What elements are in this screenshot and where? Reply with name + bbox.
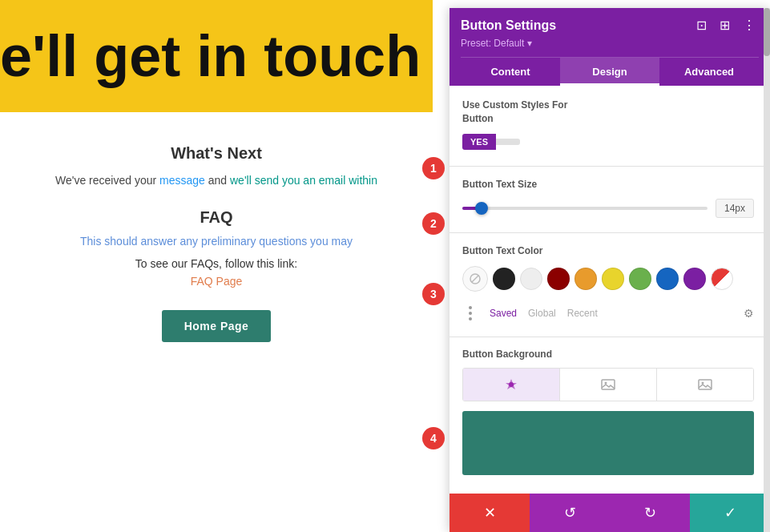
step-badge-1: 1: [422, 157, 445, 179]
toggle-yes-button[interactable]: YES: [462, 134, 496, 150]
subtitle-word1: message: [159, 174, 205, 187]
color-swatch-custom[interactable]: [711, 268, 733, 290]
divider-3: [450, 337, 767, 337]
panel-header: Button Settings ⊡ ⊞ ⋮ Preset: Default ▾ …: [450, 8, 770, 86]
svg-rect-3: [602, 380, 615, 389]
color-tab-global[interactable]: Global: [528, 308, 556, 319]
faq-description: This should answer any preliminary quest…: [32, 235, 401, 248]
color-swatch-purple[interactable]: [683, 268, 706, 290]
home-page-button[interactable]: Home Page: [162, 310, 272, 342]
settings-panel: Button Settings ⊡ ⊞ ⋮ Preset: Default ▾ …: [450, 8, 770, 532]
page-headline: e'll get in touch: [0, 27, 421, 85]
color-swatch-orange[interactable]: [574, 268, 597, 290]
color-swatch-blue[interactable]: [656, 268, 679, 290]
divider-1: [450, 166, 767, 167]
background-color-preview[interactable]: [462, 411, 754, 475]
text-size-section: Button Text Size 14px: [462, 178, 754, 219]
svg-line-1: [472, 276, 478, 282]
page-main-content: What's Next We've received your message …: [0, 128, 433, 358]
text-size-slider-track[interactable]: [462, 207, 708, 210]
color-tabs-row: Saved Global Recent ⚙: [462, 298, 754, 325]
divider-2: [450, 232, 767, 233]
color-settings-icon[interactable]: ⚙: [744, 307, 754, 320]
tab-advanced[interactable]: Advanced: [659, 58, 759, 86]
subtitle-word2: we'll send you an email within: [230, 174, 377, 187]
color-swatch-darkred[interactable]: [547, 268, 570, 290]
preset-chevron-icon: ▾: [527, 38, 532, 49]
background-label: Button Background: [462, 349, 754, 360]
bg-type-gradient-button[interactable]: [657, 369, 753, 401]
redo-button[interactable]: ↻: [610, 494, 690, 532]
faq-heading: FAQ: [32, 208, 401, 227]
preset-label: Preset: Default: [461, 38, 524, 49]
subtitle-part2: and: [205, 174, 230, 187]
text-size-value[interactable]: 14px: [716, 199, 754, 218]
color-tab-recent[interactable]: Recent: [567, 308, 598, 319]
text-size-label: Button Text Size: [462, 178, 754, 191]
preset-selector[interactable]: Preset: Default ▾: [461, 38, 759, 49]
step-badge-2: 2: [422, 212, 445, 235]
step-badge-4: 4: [422, 427, 445, 449]
slider-thumb[interactable]: [475, 202, 488, 215]
text-size-slider-row: 14px: [462, 199, 754, 218]
more-colors-button[interactable]: [462, 301, 478, 325]
text-color-section: Button Text Color: [462, 244, 754, 325]
color-swatch-white[interactable]: [520, 268, 542, 290]
panel-title-icons: ⊡ ⊞ ⋮: [693, 16, 759, 34]
color-swatch-green[interactable]: [629, 268, 651, 290]
subtitle-text: We've received your message and we'll se…: [32, 172, 401, 189]
text-color-label: Button Text Color: [462, 244, 754, 258]
color-picker-button[interactable]: [462, 266, 488, 292]
color-swatch-black[interactable]: [493, 268, 515, 290]
panel-title-row: Button Settings ⊡ ⊞ ⋮: [461, 16, 759, 34]
panel-bottom-bar: ✕ ↺ ↻ ✓: [450, 494, 770, 532]
background-section: Button Background: [462, 349, 754, 475]
confirm-button[interactable]: ✓: [690, 494, 770, 532]
panel-title: Button Settings: [461, 18, 556, 33]
resize-horizontal-icon[interactable]: ⊡: [693, 16, 710, 34]
page-header: e'll get in touch: [0, 0, 433, 112]
color-tab-saved[interactable]: Saved: [490, 308, 517, 319]
faq-link-text: To see our FAQs, follow this link:: [32, 257, 401, 270]
whats-next-heading: What's Next: [32, 144, 401, 163]
svg-point-2: [509, 382, 514, 387]
close-button[interactable]: ✕: [450, 494, 530, 532]
panel-tabs: Content Design Advanced: [461, 57, 759, 86]
toggle-no-button[interactable]: [496, 139, 520, 145]
color-swatch-yellow[interactable]: [602, 268, 624, 290]
bg-type-image-button[interactable]: [560, 369, 657, 401]
svg-point-6: [702, 382, 704, 385]
color-swatch-row: [462, 266, 754, 292]
svg-point-4: [605, 382, 607, 385]
custom-styles-section: Use Custom Styles For Button YES: [462, 99, 754, 150]
resize-vertical-icon[interactable]: ⊞: [716, 16, 733, 34]
custom-styles-label: Use Custom Styles For Button: [462, 99, 754, 126]
undo-button[interactable]: ↺: [530, 494, 610, 532]
tab-content[interactable]: Content: [461, 58, 560, 86]
svg-rect-5: [699, 380, 712, 389]
subtitle-part1: We've received your: [55, 174, 159, 187]
faq-link[interactable]: FAQ Page: [32, 275, 401, 288]
tab-design[interactable]: Design: [560, 58, 659, 86]
background-type-row: [462, 368, 754, 401]
panel-body: Use Custom Styles For Button YES Button …: [450, 86, 770, 494]
more-options-icon[interactable]: ⋮: [740, 16, 759, 34]
custom-styles-toggle: YES: [462, 134, 754, 150]
bg-type-color-button[interactable]: [463, 369, 560, 401]
scrollbar-thumb[interactable]: [764, 8, 770, 56]
step-badge-3: 3: [422, 283, 445, 305]
